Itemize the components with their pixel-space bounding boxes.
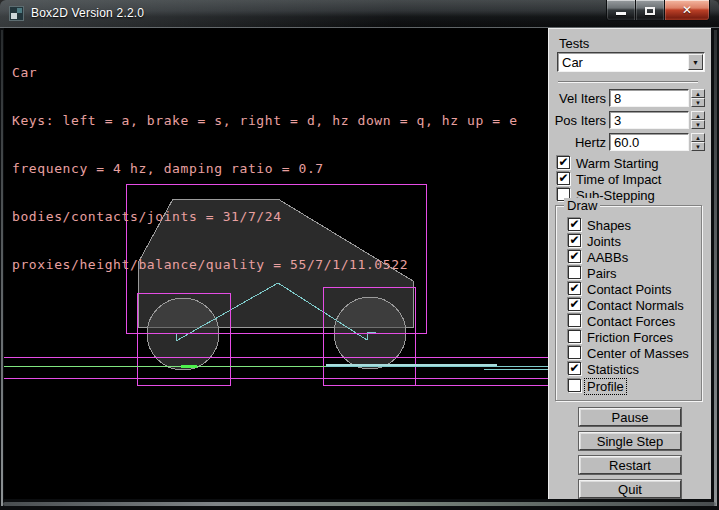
checkbox-aabbs[interactable]: ✔ AABBs: [568, 250, 698, 264]
checkbox-box[interactable]: [568, 346, 581, 359]
chevron-down-icon: ▼: [692, 59, 699, 66]
stats-line-counts: bodies/contacts/joints = 31/7/24: [12, 209, 518, 225]
checkbox-label: AABBs: [587, 250, 628, 265]
hertz-input[interactable]: 60.0: [609, 133, 689, 151]
hertz-spinner: ▲ ▼: [691, 133, 705, 151]
app-icon: [9, 6, 24, 21]
checkbox-statistics[interactable]: ✔ Statistics: [568, 362, 698, 376]
checkbox-joints[interactable]: ✔ Joints: [568, 234, 698, 248]
pos-iters-spinner: ▲ ▼: [691, 111, 705, 129]
checkbox-label: Contact Forces: [587, 314, 675, 329]
checkbox-contact-points[interactable]: ✔ Contact Points: [568, 282, 698, 296]
hertz-row: Hertz 60.0 ▲ ▼: [549, 133, 712, 151]
window-frame-right: [714, 30, 717, 506]
arrow-up-icon: ▲: [695, 135, 701, 141]
checkbox-label: Profile: [585, 379, 626, 394]
checkbox-box[interactable]: ✔: [568, 218, 581, 231]
pos-iters-down-button[interactable]: ▼: [691, 120, 705, 129]
draw-groupbox: Draw ✔ Shapes ✔ Joints ✔ AABBs Pairs ✔ C…: [555, 205, 702, 401]
tests-label: Tests: [559, 36, 589, 51]
maximize-button[interactable]: [636, 0, 664, 21]
checkbox-box[interactable]: [568, 266, 581, 279]
arrow-down-icon: ▼: [695, 100, 701, 106]
titlebar[interactable]: Box2D Version 2.2.0 ✕: [0, 0, 719, 28]
window-title: Box2D Version 2.2.0: [31, 6, 144, 20]
stats-line-title: Car: [12, 65, 518, 81]
vel-iters-spinner: ▲ ▼: [691, 89, 705, 107]
checkbox-center-of-masses[interactable]: Center of Masses: [568, 346, 698, 360]
pos-iters-row: Pos Iters 3 ▲ ▼: [549, 111, 712, 129]
vel-iters-input[interactable]: 8: [609, 89, 689, 107]
checkbox-label: Contact Normals: [587, 298, 684, 313]
restart-button[interactable]: Restart: [579, 456, 681, 474]
pos-iters-input[interactable]: 3: [609, 111, 689, 129]
checkbox-profile[interactable]: Profile: [568, 379, 698, 393]
checkbox-label: Friction Forces: [587, 330, 673, 345]
app-icon-pixel: [17, 8, 22, 13]
vel-iters-label: Vel Iters: [549, 91, 606, 106]
pause-button[interactable]: Pause: [579, 408, 681, 426]
app-window: Box2D Version 2.2.0 ✕: [0, 0, 719, 510]
checkbox-friction-forces[interactable]: Friction Forces: [568, 330, 698, 344]
checkbox-box[interactable]: ✔: [568, 362, 581, 375]
hertz-label: Hertz: [549, 135, 606, 150]
checkbox-shapes[interactable]: ✔ Shapes: [568, 218, 698, 232]
arrow-down-icon: ▼: [695, 144, 701, 150]
checkbox-box[interactable]: [568, 330, 581, 343]
checkbox-label: Statistics: [587, 362, 639, 377]
single-step-button[interactable]: Single Step: [579, 432, 681, 450]
checkbox-box[interactable]: ✔: [568, 298, 581, 311]
hertz-up-button[interactable]: ▲: [691, 133, 705, 142]
arrow-up-icon: ▲: [695, 91, 701, 97]
checkbox-label: Time of Impact: [576, 172, 661, 187]
checkbox-label: Joints: [587, 234, 621, 249]
stats-line-frequency: frequency = 4 hz, damping ratio = 0.7: [12, 161, 518, 177]
stats-line-proxies: proxies/height/balance/quality = 55/7/1/…: [12, 257, 518, 273]
tests-dropdown-button[interactable]: ▼: [688, 54, 703, 70]
close-icon: ✕: [682, 4, 692, 16]
checkbox-contact-normals[interactable]: ✔ Contact Normals: [568, 298, 698, 312]
vel-iters-down-button[interactable]: ▼: [691, 98, 705, 107]
checkbox-contact-forces[interactable]: Contact Forces: [568, 314, 698, 328]
arrow-up-icon: ▲: [695, 113, 701, 119]
maximize-icon: [645, 7, 655, 15]
checkbox-box[interactable]: ✔: [568, 234, 581, 247]
checkbox-box[interactable]: ✔: [568, 282, 581, 295]
draw-groupbox-title: Draw: [564, 198, 600, 213]
tests-dropdown[interactable]: Car ▼: [557, 52, 705, 72]
arrow-down-icon: ▼: [695, 122, 701, 128]
window-frame-bottom: [3, 502, 716, 506]
checkbox-pairs[interactable]: Pairs: [568, 266, 698, 280]
separator: [558, 81, 698, 83]
control-panel: Tests Car ▼ Vel Iters 8 ▲ ▼ Pos Iters 3 …: [548, 28, 711, 499]
checkbox-box[interactable]: [568, 379, 581, 392]
hertz-down-button[interactable]: ▼: [691, 142, 705, 151]
window-frame-left: [1, 30, 3, 506]
minimize-icon: [616, 12, 626, 15]
checkbox-box[interactable]: ✔: [568, 250, 581, 263]
checkbox-box[interactable]: ✔: [557, 172, 570, 185]
close-button[interactable]: ✕: [664, 0, 710, 21]
vel-iters-up-button[interactable]: ▲: [691, 89, 705, 98]
stats-overlay: Car Keys: left = a, brake = s, right = d…: [12, 33, 518, 305]
checkbox-label: Warm Starting: [576, 156, 659, 171]
caption-buttons: ✕: [606, 0, 710, 21]
vel-iters-row: Vel Iters 8 ▲ ▼: [549, 89, 712, 107]
quit-button[interactable]: Quit: [579, 480, 681, 498]
pos-iters-label: Pos Iters: [549, 113, 606, 128]
tests-dropdown-value: Car: [562, 55, 583, 70]
pos-iters-up-button[interactable]: ▲: [691, 111, 705, 120]
stats-line-keys: Keys: left = a, brake = s, right = d, hz…: [12, 113, 518, 129]
checkbox-box[interactable]: [568, 314, 581, 327]
checkbox-label: Center of Masses: [587, 346, 689, 361]
checkbox-label: Contact Points: [587, 282, 672, 297]
checkbox-label: Shapes: [587, 218, 631, 233]
simulation-canvas[interactable]: Car Keys: left = a, brake = s, right = d…: [4, 28, 548, 499]
checkbox-box[interactable]: ✔: [557, 156, 570, 169]
checkbox-label: Pairs: [587, 266, 617, 281]
minimize-button[interactable]: [606, 0, 636, 21]
app-icon-pixel: [11, 13, 17, 19]
